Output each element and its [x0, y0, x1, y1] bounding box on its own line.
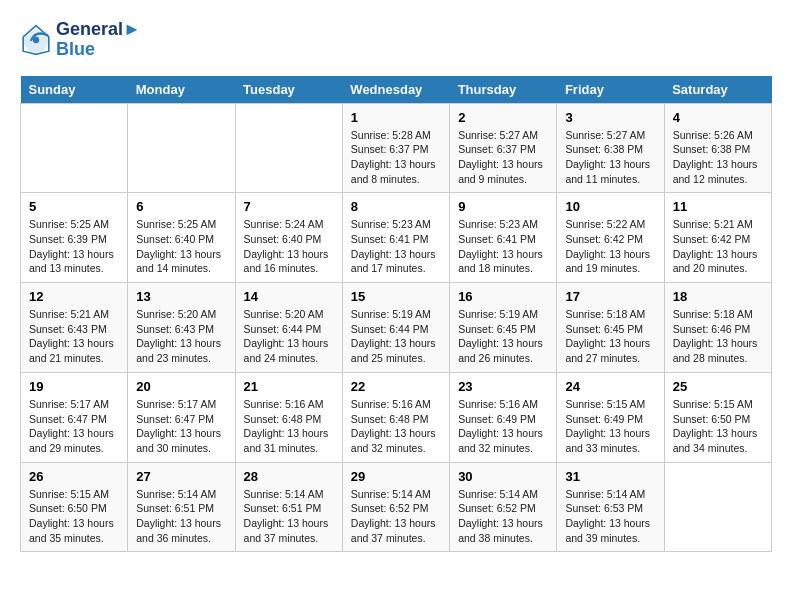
calendar-cell: 15Sunrise: 5:19 AM Sunset: 6:44 PM Dayli… — [342, 283, 449, 373]
day-number: 4 — [673, 110, 763, 125]
header-saturday: Saturday — [664, 76, 771, 104]
day-number: 21 — [244, 379, 334, 394]
calendar-cell — [21, 103, 128, 193]
day-info: Sunrise: 5:27 AM Sunset: 6:38 PM Dayligh… — [565, 128, 655, 187]
day-info: Sunrise: 5:21 AM Sunset: 6:43 PM Dayligh… — [29, 307, 119, 366]
day-info: Sunrise: 5:28 AM Sunset: 6:37 PM Dayligh… — [351, 128, 441, 187]
calendar-cell: 14Sunrise: 5:20 AM Sunset: 6:44 PM Dayli… — [235, 283, 342, 373]
calendar-cell: 25Sunrise: 5:15 AM Sunset: 6:50 PM Dayli… — [664, 372, 771, 462]
calendar-cell: 29Sunrise: 5:14 AM Sunset: 6:52 PM Dayli… — [342, 462, 449, 552]
day-info: Sunrise: 5:16 AM Sunset: 6:48 PM Dayligh… — [244, 397, 334, 456]
day-info: Sunrise: 5:19 AM Sunset: 6:44 PM Dayligh… — [351, 307, 441, 366]
day-info: Sunrise: 5:18 AM Sunset: 6:46 PM Dayligh… — [673, 307, 763, 366]
day-number: 5 — [29, 199, 119, 214]
calendar-cell: 19Sunrise: 5:17 AM Sunset: 6:47 PM Dayli… — [21, 372, 128, 462]
day-info: Sunrise: 5:26 AM Sunset: 6:38 PM Dayligh… — [673, 128, 763, 187]
day-number: 23 — [458, 379, 548, 394]
day-info: Sunrise: 5:24 AM Sunset: 6:40 PM Dayligh… — [244, 217, 334, 276]
day-number: 25 — [673, 379, 763, 394]
day-info: Sunrise: 5:15 AM Sunset: 6:50 PM Dayligh… — [29, 487, 119, 546]
day-number: 27 — [136, 469, 226, 484]
day-number: 19 — [29, 379, 119, 394]
day-number: 29 — [351, 469, 441, 484]
day-number: 17 — [565, 289, 655, 304]
day-info: Sunrise: 5:16 AM Sunset: 6:48 PM Dayligh… — [351, 397, 441, 456]
day-number: 9 — [458, 199, 548, 214]
header-friday: Friday — [557, 76, 664, 104]
day-info: Sunrise: 5:25 AM Sunset: 6:39 PM Dayligh… — [29, 217, 119, 276]
day-info: Sunrise: 5:17 AM Sunset: 6:47 PM Dayligh… — [136, 397, 226, 456]
header-tuesday: Tuesday — [235, 76, 342, 104]
day-number: 6 — [136, 199, 226, 214]
day-info: Sunrise: 5:15 AM Sunset: 6:50 PM Dayligh… — [673, 397, 763, 456]
day-info: Sunrise: 5:23 AM Sunset: 6:41 PM Dayligh… — [351, 217, 441, 276]
calendar-cell: 30Sunrise: 5:14 AM Sunset: 6:52 PM Dayli… — [450, 462, 557, 552]
calendar-cell — [128, 103, 235, 193]
calendar-cell: 18Sunrise: 5:18 AM Sunset: 6:46 PM Dayli… — [664, 283, 771, 373]
week-row-3: 12Sunrise: 5:21 AM Sunset: 6:43 PM Dayli… — [21, 283, 772, 373]
calendar-cell: 9Sunrise: 5:23 AM Sunset: 6:41 PM Daylig… — [450, 193, 557, 283]
day-number: 7 — [244, 199, 334, 214]
calendar-cell: 22Sunrise: 5:16 AM Sunset: 6:48 PM Dayli… — [342, 372, 449, 462]
logo-text-block: General► Blue — [56, 20, 141, 60]
day-info: Sunrise: 5:25 AM Sunset: 6:40 PM Dayligh… — [136, 217, 226, 276]
day-info: Sunrise: 5:19 AM Sunset: 6:45 PM Dayligh… — [458, 307, 548, 366]
calendar-cell: 21Sunrise: 5:16 AM Sunset: 6:48 PM Dayli… — [235, 372, 342, 462]
week-row-2: 5Sunrise: 5:25 AM Sunset: 6:39 PM Daylig… — [21, 193, 772, 283]
day-info: Sunrise: 5:20 AM Sunset: 6:44 PM Dayligh… — [244, 307, 334, 366]
calendar-cell — [235, 103, 342, 193]
day-number: 26 — [29, 469, 119, 484]
calendar-cell: 6Sunrise: 5:25 AM Sunset: 6:40 PM Daylig… — [128, 193, 235, 283]
header-monday: Monday — [128, 76, 235, 104]
calendar-table: SundayMondayTuesdayWednesdayThursdayFrid… — [20, 76, 772, 553]
day-info: Sunrise: 5:17 AM Sunset: 6:47 PM Dayligh… — [29, 397, 119, 456]
calendar-cell: 26Sunrise: 5:15 AM Sunset: 6:50 PM Dayli… — [21, 462, 128, 552]
logo-line1: General► — [56, 20, 141, 40]
calendar-cell — [664, 462, 771, 552]
day-info: Sunrise: 5:23 AM Sunset: 6:41 PM Dayligh… — [458, 217, 548, 276]
day-number: 24 — [565, 379, 655, 394]
calendar-cell: 5Sunrise: 5:25 AM Sunset: 6:39 PM Daylig… — [21, 193, 128, 283]
day-info: Sunrise: 5:22 AM Sunset: 6:42 PM Dayligh… — [565, 217, 655, 276]
day-number: 18 — [673, 289, 763, 304]
header-wednesday: Wednesday — [342, 76, 449, 104]
logo-line2: Blue — [56, 40, 141, 60]
calendar-cell: 10Sunrise: 5:22 AM Sunset: 6:42 PM Dayli… — [557, 193, 664, 283]
day-info: Sunrise: 5:20 AM Sunset: 6:43 PM Dayligh… — [136, 307, 226, 366]
logo-icon — [20, 24, 52, 56]
week-row-4: 19Sunrise: 5:17 AM Sunset: 6:47 PM Dayli… — [21, 372, 772, 462]
svg-point-2 — [33, 37, 39, 43]
calendar-cell: 13Sunrise: 5:20 AM Sunset: 6:43 PM Dayli… — [128, 283, 235, 373]
day-number: 12 — [29, 289, 119, 304]
day-number: 3 — [565, 110, 655, 125]
day-info: Sunrise: 5:14 AM Sunset: 6:52 PM Dayligh… — [458, 487, 548, 546]
calendar-cell: 7Sunrise: 5:24 AM Sunset: 6:40 PM Daylig… — [235, 193, 342, 283]
day-info: Sunrise: 5:15 AM Sunset: 6:49 PM Dayligh… — [565, 397, 655, 456]
day-info: Sunrise: 5:14 AM Sunset: 6:51 PM Dayligh… — [136, 487, 226, 546]
calendar-cell: 12Sunrise: 5:21 AM Sunset: 6:43 PM Dayli… — [21, 283, 128, 373]
day-info: Sunrise: 5:14 AM Sunset: 6:52 PM Dayligh… — [351, 487, 441, 546]
day-number: 16 — [458, 289, 548, 304]
day-number: 31 — [565, 469, 655, 484]
day-number: 10 — [565, 199, 655, 214]
day-info: Sunrise: 5:27 AM Sunset: 6:37 PM Dayligh… — [458, 128, 548, 187]
day-info: Sunrise: 5:14 AM Sunset: 6:53 PM Dayligh… — [565, 487, 655, 546]
day-info: Sunrise: 5:21 AM Sunset: 6:42 PM Dayligh… — [673, 217, 763, 276]
day-number: 11 — [673, 199, 763, 214]
calendar-cell: 16Sunrise: 5:19 AM Sunset: 6:45 PM Dayli… — [450, 283, 557, 373]
day-number: 20 — [136, 379, 226, 394]
day-number: 22 — [351, 379, 441, 394]
day-number: 13 — [136, 289, 226, 304]
calendar-cell: 20Sunrise: 5:17 AM Sunset: 6:47 PM Dayli… — [128, 372, 235, 462]
calendar-cell: 27Sunrise: 5:14 AM Sunset: 6:51 PM Dayli… — [128, 462, 235, 552]
day-number: 2 — [458, 110, 548, 125]
calendar-cell: 3Sunrise: 5:27 AM Sunset: 6:38 PM Daylig… — [557, 103, 664, 193]
calendar-cell: 28Sunrise: 5:14 AM Sunset: 6:51 PM Dayli… — [235, 462, 342, 552]
calendar-cell: 17Sunrise: 5:18 AM Sunset: 6:45 PM Dayli… — [557, 283, 664, 373]
logo: General► Blue — [20, 20, 141, 60]
header-thursday: Thursday — [450, 76, 557, 104]
day-number: 28 — [244, 469, 334, 484]
calendar-cell: 2Sunrise: 5:27 AM Sunset: 6:37 PM Daylig… — [450, 103, 557, 193]
days-header-row: SundayMondayTuesdayWednesdayThursdayFrid… — [21, 76, 772, 104]
calendar-cell: 23Sunrise: 5:16 AM Sunset: 6:49 PM Dayli… — [450, 372, 557, 462]
